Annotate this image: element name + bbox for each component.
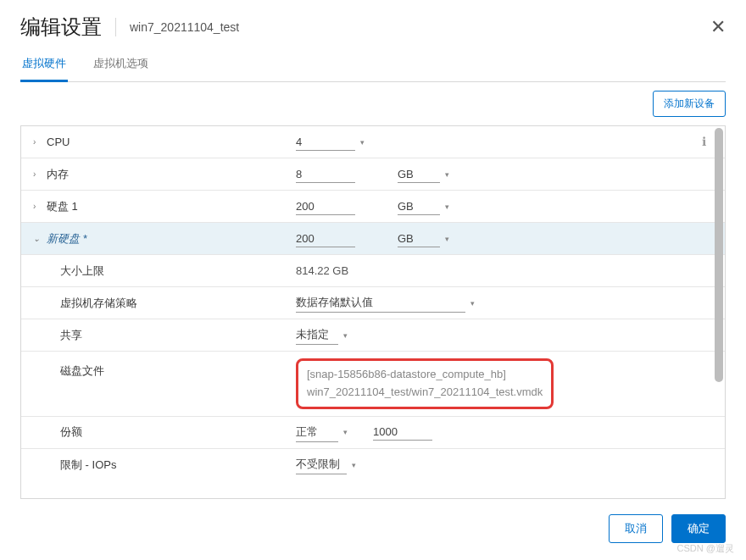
max-size-value: 814.22 GB	[296, 264, 348, 277]
tab-virtual-hardware[interactable]: 虚拟硬件	[20, 49, 68, 82]
chevron-down-icon[interactable]: ▾	[445, 235, 449, 243]
toolbar: 添加新设备	[20, 82, 726, 125]
memory-unit[interactable]: GB	[398, 166, 440, 183]
chevron-right-icon: ›	[33, 169, 42, 179]
tab-bar: 虚拟硬件 虚拟机选项	[20, 49, 726, 82]
cpu-value[interactable]: 4	[296, 134, 355, 151]
disk1-label: 硬盘 1	[47, 199, 78, 214]
newdisk-unit[interactable]: GB	[398, 230, 440, 247]
row-memory[interactable]: › 内存 GB ▾	[21, 158, 725, 191]
row-hard-disk-1[interactable]: › 硬盘 1 GB ▾	[21, 191, 725, 223]
memory-value-input[interactable]	[296, 166, 355, 183]
newdisk-size-input[interactable]	[296, 230, 355, 247]
modal-header: 编辑设置 win7_20211104_test ✕	[20, 0, 726, 49]
row-new-hard-disk[interactable]: ⌄ 新硬盘 * GB ▾	[21, 223, 725, 255]
row-storage-policy: 虚拟机存储策略 数据存储默认值 ▾	[21, 287, 725, 319]
newdisk-label: 新硬盘 *	[47, 231, 87, 247]
disk-file-label: 磁盘文件	[60, 363, 104, 379]
storage-policy-label: 虚拟机存储策略	[60, 296, 137, 311]
chevron-down-icon: ⌄	[33, 234, 42, 243]
storage-policy-select[interactable]: 数据存储默认值	[296, 293, 465, 313]
disk-file-line2: win7_20211104_test/win7_20211104_test.vm…	[307, 384, 543, 402]
row-limit-iops: 限制 - IOPs 不受限制 ▾	[21, 449, 725, 481]
row-shares: 份额 正常 ▾	[21, 417, 725, 449]
modal-footer: 取消 确定	[20, 499, 726, 543]
vm-name: win7_20211104_test	[130, 20, 239, 34]
modal-title: 编辑设置	[20, 14, 102, 41]
cpu-label: CPU	[47, 136, 70, 148]
settings-form: ℹ › CPU 4 ▾ › 内存	[20, 125, 726, 499]
row-cpu[interactable]: › CPU 4 ▾	[21, 126, 725, 158]
limit-iops-select[interactable]: 不受限制	[296, 455, 347, 474]
shares-number-input[interactable]	[373, 424, 432, 441]
shares-label: 份额	[60, 424, 82, 440]
chevron-down-icon[interactable]: ▾	[343, 331, 348, 340]
chevron-down-icon[interactable]: ▾	[445, 170, 449, 179]
watermark: CSDN @遛灵	[677, 542, 734, 555]
disk-file-line1: [snap-15856b86-datastore_compute_hb]	[307, 366, 543, 384]
chevron-down-icon[interactable]: ▾	[352, 461, 356, 469]
disk-file-path-box: [snap-15856b86-datastore_compute_hb] win…	[296, 358, 554, 409]
sharing-select[interactable]: 未指定	[296, 325, 338, 345]
header-divider	[115, 18, 116, 36]
row-sharing: 共享 未指定 ▾	[21, 319, 725, 352]
chevron-down-icon[interactable]: ▾	[470, 299, 475, 308]
add-device-button[interactable]: 添加新设备	[653, 91, 726, 117]
close-icon[interactable]: ✕	[710, 16, 726, 38]
info-icon[interactable]: ℹ	[702, 135, 706, 148]
chevron-right-icon: ›	[33, 137, 42, 147]
shares-select[interactable]: 正常	[296, 423, 338, 442]
tab-vm-options[interactable]: 虚拟机选项	[92, 49, 150, 81]
disk1-unit[interactable]: GB	[398, 198, 440, 215]
memory-label: 内存	[47, 167, 69, 182]
cancel-button[interactable]: 取消	[609, 514, 663, 543]
chevron-down-icon[interactable]: ▾	[360, 138, 365, 147]
disk1-size-input[interactable]	[296, 198, 355, 215]
max-size-label: 大小上限	[60, 263, 104, 279]
limit-iops-label: 限制 - IOPs	[60, 457, 116, 473]
row-disk-file: 磁盘文件 [snap-15856b86-datastore_compute_hb…	[21, 352, 725, 417]
sharing-label: 共享	[60, 328, 82, 343]
chevron-down-icon[interactable]: ▾	[445, 202, 449, 211]
chevron-down-icon[interactable]: ▾	[343, 428, 348, 436]
chevron-right-icon: ›	[33, 202, 42, 211]
scrollbar[interactable]	[715, 128, 723, 382]
ok-button[interactable]: 确定	[671, 514, 726, 543]
row-max-size: 大小上限 814.22 GB	[21, 255, 725, 287]
